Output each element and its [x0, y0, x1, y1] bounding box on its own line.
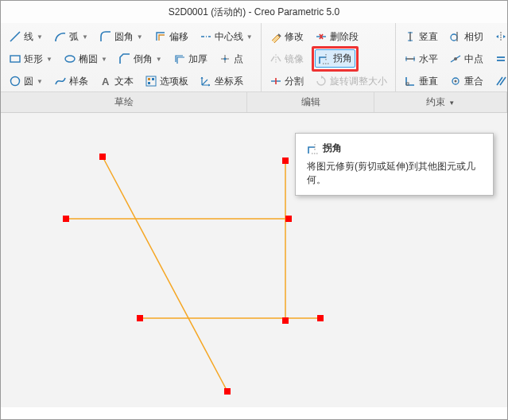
group-edit: 修改删除段镜像拐角分割旋转调整大小 [262, 23, 396, 91]
centerline-button[interactable]: 中心线▼ [196, 28, 256, 46]
split-icon [270, 75, 282, 88]
corner-button[interactable]: 拐角 [315, 49, 355, 68]
fillet-icon [99, 30, 112, 43]
thicken-button[interactable]: 加厚 [170, 50, 211, 68]
perpendicular-label: 垂直 [419, 75, 438, 88]
line-icon [9, 30, 21, 43]
dropdown-arrow-icon: ▼ [82, 33, 88, 41]
csys-button[interactable]: 坐标系 [196, 72, 246, 91]
tooltip-title: 拐角 [323, 142, 342, 155]
chamfer-label: 倒角 [134, 52, 153, 66]
endpoint-handle[interactable] [282, 158, 289, 164]
corner-icon [307, 142, 320, 155]
endpoint-handle[interactable] [282, 317, 289, 324]
symmetric-icon [494, 30, 507, 43]
dropdown-arrow-icon: ▼ [46, 56, 52, 63]
sketch-line[interactable] [103, 157, 227, 391]
point-button[interactable]: 点 [215, 50, 246, 68]
dropdown-arrow-icon: ▼ [37, 33, 43, 41]
svg-rect-2 [10, 56, 20, 62]
perpendicular-icon [404, 75, 417, 88]
svg-rect-10 [148, 78, 150, 80]
endpoint-handle[interactable] [224, 388, 231, 395]
delete-seg-icon [315, 30, 328, 43]
sketch-canvas[interactable]: 拐角 将图元修剪(剪切或延伸)到其他图元或几何。 [1, 113, 507, 407]
split-button[interactable]: 分割 [266, 72, 307, 91]
group-label-constrain[interactable]: 约束 ▼ [374, 92, 507, 112]
tangent-button[interactable]: 相切 [446, 28, 487, 46]
palette-label: 选项板 [160, 75, 188, 88]
tooltip-body: 将图元修剪(剪切或延伸)到其他图元或几何。 [307, 160, 482, 187]
offset-label: 偏移 [169, 30, 188, 44]
parallel-icon [494, 75, 507, 88]
svg-rect-12 [148, 82, 150, 84]
rect-label: 矩形 [24, 52, 43, 66]
text-button[interactable]: A文本 [96, 72, 137, 91]
mirror-label: 镜像 [285, 52, 304, 66]
coincident-button[interactable]: 重合 [446, 72, 487, 91]
equal-button[interactable]: 相等 [491, 50, 508, 68]
delete-seg-button[interactable]: 删除段 [312, 28, 362, 46]
symmetric-button[interactable]: 对称 [491, 28, 508, 46]
modify-icon [270, 30, 282, 43]
midpoint-icon [449, 52, 462, 65]
horizontal-icon [404, 52, 417, 65]
point-icon [219, 52, 231, 65]
line-button[interactable]: 线▼ [6, 28, 46, 46]
ribbon: 线▼弧▼圆角▼偏移中心线▼矩形▼椭圆▼倒角▼加厚点圆▼样条A文本选项板坐标系 修… [1, 23, 507, 113]
window-title: S2D0001 (活动的) - Creo Parametric 5.0 [1, 1, 507, 23]
chamfer-button[interactable]: 倒角▼ [115, 50, 165, 68]
midpoint-button[interactable]: 中点 [446, 50, 487, 68]
dropdown-arrow-icon: ▼ [246, 33, 253, 41]
modify-button[interactable]: 修改 [266, 28, 307, 46]
tooltip-corner: 拐角 将图元修剪(剪切或延伸)到其他图元或几何。 [295, 133, 494, 196]
spline-icon [54, 75, 67, 88]
dropdown-arrow-icon: ▼ [156, 56, 162, 63]
centerline-label: 中心线 [215, 30, 243, 44]
modify-label: 修改 [285, 30, 304, 44]
svg-point-23 [454, 57, 457, 60]
tangent-icon [449, 30, 462, 43]
highlight-box: 拐角 [312, 46, 359, 72]
mirror-button: 镜像 [266, 50, 307, 68]
arc-icon [54, 30, 67, 43]
circle-button[interactable]: 圆▼ [6, 72, 46, 91]
rect-button[interactable]: 矩形▼ [6, 50, 56, 68]
midpoint-label: 中点 [464, 52, 483, 66]
svg-text:A: A [102, 76, 110, 88]
spline-button[interactable]: 样条 [51, 72, 91, 91]
split-label: 分割 [285, 75, 304, 88]
palette-icon [145, 75, 157, 88]
palette-button[interactable]: 选项板 [142, 72, 192, 91]
horizontal-button[interactable]: 水平 [401, 50, 441, 68]
group-constrain: 竖直相切对称水平中点相等垂直重合平行 [396, 23, 508, 91]
coincident-icon [449, 75, 462, 88]
parallel-button[interactable]: 平行 [491, 72, 508, 91]
svg-point-6 [223, 58, 226, 60]
circle-label: 圆 [24, 75, 33, 88]
perpendicular-button[interactable]: 垂直 [401, 72, 441, 91]
endpoint-handle[interactable] [63, 216, 69, 222]
arc-button[interactable]: 弧▼ [51, 28, 91, 46]
endpoint-handle[interactable] [285, 216, 292, 222]
vertical-button[interactable]: 竖直 [401, 28, 441, 46]
ellipse-icon [64, 52, 76, 65]
offset-icon [154, 30, 167, 43]
endpoint-handle[interactable] [317, 315, 324, 321]
endpoint-handle[interactable] [137, 315, 143, 321]
delete-seg-label: 删除段 [330, 30, 359, 44]
corner-label: 拐角 [333, 52, 352, 65]
endpoint-handle[interactable] [99, 154, 106, 160]
ellipse-button[interactable]: 椭圆▼ [60, 50, 111, 68]
svg-rect-11 [152, 78, 154, 80]
vertical-label: 竖直 [419, 30, 438, 44]
text-icon: A [99, 75, 112, 88]
offset-button[interactable]: 偏移 [151, 28, 192, 46]
vertical-icon [404, 30, 417, 43]
horizontal-label: 水平 [419, 52, 438, 66]
svg-point-7 [11, 77, 20, 86]
svg-line-0 [10, 32, 20, 41]
dropdown-arrow-icon: ▼ [101, 56, 107, 63]
spline-label: 样条 [69, 75, 88, 88]
fillet-button[interactable]: 圆角▼ [96, 28, 146, 46]
